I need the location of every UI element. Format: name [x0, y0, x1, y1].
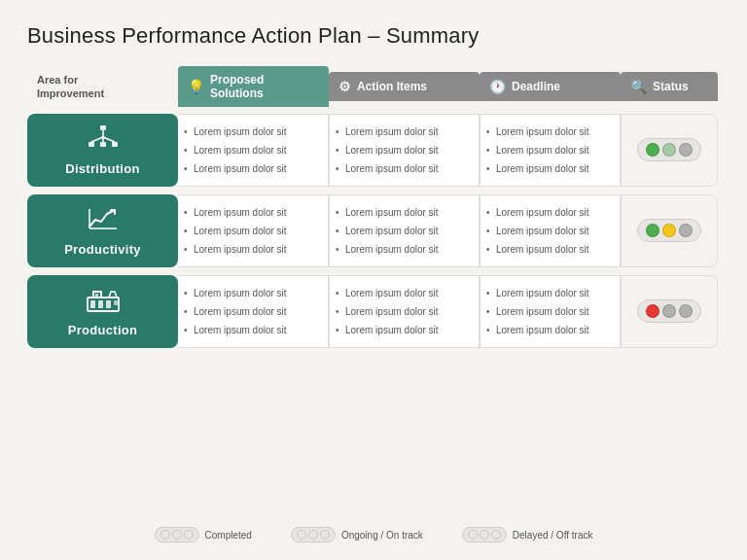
- traffic-light-distribution: [637, 138, 701, 161]
- area-header: Area for Improvement: [27, 66, 178, 108]
- status-production: [621, 275, 718, 348]
- row-productivity: Productivity Lorem ipsum dolor sitLorem …: [27, 194, 720, 267]
- list-item: Lorem ipsum dolor sit: [184, 240, 318, 259]
- list-item: Lorem ipsum dolor sit: [336, 122, 469, 141]
- legend-ongoing: Ongoing / On track: [291, 527, 423, 542]
- legend-label-completed: Completed: [205, 530, 252, 541]
- list-item: Lorem ipsum dolor sit: [184, 321, 318, 339]
- svg-rect-13: [98, 300, 103, 308]
- list-item: Lorem ipsum dolor sit: [486, 240, 610, 259]
- row-production: Production Lorem ipsum dolor sitLorem ip…: [27, 275, 720, 348]
- list-item: Lorem ipsum dolor sit: [184, 122, 318, 141]
- list-item: Lorem ipsum dolor sit: [486, 222, 610, 240]
- proposed-distribution: Lorem ipsum dolor sitLorem ipsum dolor s…: [178, 114, 329, 187]
- list-item: Lorem ipsum dolor sit: [184, 302, 318, 321]
- list-item: Lorem ipsum dolor sit: [336, 141, 469, 159]
- list-item: Lorem ipsum dolor sit: [336, 284, 469, 302]
- svg-rect-1: [89, 142, 94, 147]
- list-item: Lorem ipsum dolor sit: [184, 284, 318, 302]
- table-wrapper: Area for Improvement 💡 Proposed Solution…: [27, 66, 720, 517]
- light: [662, 143, 676, 157]
- list-item: Lorem ipsum dolor sit: [486, 321, 610, 339]
- traffic-light-productivity: [637, 219, 701, 242]
- deadline-distribution: Lorem ipsum dolor sitLorem ipsum dolor s…: [480, 114, 621, 187]
- legend-dot: [320, 530, 330, 540]
- status-icon: 🔍: [630, 79, 647, 94]
- proposed-productivity: Lorem ipsum dolor sitLorem ipsum dolor s…: [178, 194, 329, 267]
- legend-dot: [308, 530, 318, 540]
- data-rows: Distribution Lorem ipsum dolor sitLorem …: [27, 114, 720, 517]
- list-item: Lorem ipsum dolor sit: [336, 222, 469, 240]
- deadline-header: 🕐 Deadline: [480, 72, 621, 101]
- legend-light-ongoing: [291, 527, 336, 542]
- list-item: Lorem ipsum dolor sit: [184, 203, 318, 222]
- list-item: Lorem ipsum dolor sit: [184, 222, 318, 240]
- list-item: Lorem ipsum dolor sit: [336, 240, 469, 259]
- svg-point-8: [101, 135, 104, 138]
- legend-dot: [297, 530, 306, 540]
- legend-label-delayed: Delayed / Off track: [513, 530, 593, 541]
- legend-dot: [172, 530, 182, 540]
- distribution-label: Distribution: [65, 161, 140, 176]
- list-item: Lorem ipsum dolor sit: [336, 302, 469, 321]
- row-distribution: Distribution Lorem ipsum dolor sitLorem …: [27, 114, 720, 187]
- traffic-light-production: [637, 299, 701, 323]
- action-icon: ⚙: [338, 79, 351, 94]
- light: [646, 304, 659, 318]
- svg-rect-14: [106, 300, 111, 308]
- proposed-solutions-header: 💡 Proposed Solutions: [178, 66, 329, 107]
- list-item: Lorem ipsum dolor sit: [184, 159, 318, 178]
- legend-dot: [160, 530, 170, 540]
- status-header: 🔍 Status: [621, 72, 718, 101]
- legend-dot: [480, 530, 489, 540]
- productivity-icon: [88, 205, 119, 236]
- deadline-icon: 🕐: [489, 79, 506, 94]
- list-item: Lorem ipsum dolor sit: [336, 159, 469, 178]
- svg-line-6: [103, 137, 115, 142]
- list-item: Lorem ipsum dolor sit: [486, 284, 610, 302]
- svg-rect-16: [95, 294, 98, 298]
- distribution-icon: [88, 124, 119, 156]
- svg-rect-15: [114, 300, 118, 305]
- list-item: Lorem ipsum dolor sit: [184, 141, 318, 159]
- productivity-label: Productivity: [64, 242, 141, 257]
- legend-dot: [184, 530, 194, 540]
- area-cell-productivity: Productivity: [27, 194, 178, 267]
- list-item: Lorem ipsum dolor sit: [336, 321, 469, 339]
- slide: Business Performance Action Plan – Summa…: [0, 0, 747, 560]
- proposed-production: Lorem ipsum dolor sitLorem ipsum dolor s…: [178, 275, 329, 348]
- action-items-header: ⚙ Action Items: [329, 72, 480, 101]
- list-item: Lorem ipsum dolor sit: [336, 203, 469, 222]
- slide-title: Business Performance Action Plan – Summa…: [27, 23, 720, 49]
- list-item: Lorem ipsum dolor sit: [486, 203, 610, 222]
- legend: Completed Ongoing / On track Delayed / O…: [27, 527, 720, 542]
- legend-delayed: Delayed / Off track: [462, 527, 593, 542]
- light: [662, 224, 676, 237]
- production-icon: [86, 286, 121, 317]
- svg-rect-0: [100, 125, 106, 130]
- deadline-production: Lorem ipsum dolor sitLorem ipsum dolor s…: [480, 275, 621, 348]
- area-cell-distribution: Distribution: [27, 114, 178, 187]
- svg-rect-12: [90, 300, 95, 308]
- status-distribution: [621, 114, 718, 187]
- light: [679, 143, 693, 157]
- legend-label-ongoing: Ongoing / On track: [341, 530, 423, 541]
- svg-line-5: [91, 137, 103, 142]
- production-label: Production: [68, 323, 138, 337]
- list-item: Lorem ipsum dolor sit: [486, 141, 610, 159]
- list-item: Lorem ipsum dolor sit: [486, 122, 610, 141]
- deadline-productivity: Lorem ipsum dolor sitLorem ipsum dolor s…: [480, 194, 621, 267]
- light: [679, 304, 693, 318]
- status-productivity: [621, 194, 718, 267]
- list-item: Lorem ipsum dolor sit: [486, 159, 610, 178]
- legend-dot: [468, 530, 478, 540]
- light: [679, 224, 693, 237]
- action-productivity: Lorem ipsum dolor sitLorem ipsum dolor s…: [329, 194, 480, 267]
- action-distribution: Lorem ipsum dolor sitLorem ipsum dolor s…: [329, 114, 480, 187]
- svg-rect-2: [112, 142, 118, 147]
- legend-light-completed: [155, 527, 199, 542]
- list-item: Lorem ipsum dolor sit: [486, 302, 610, 321]
- proposed-icon: 💡: [188, 79, 204, 94]
- legend-dot: [491, 530, 501, 540]
- light: [662, 304, 676, 318]
